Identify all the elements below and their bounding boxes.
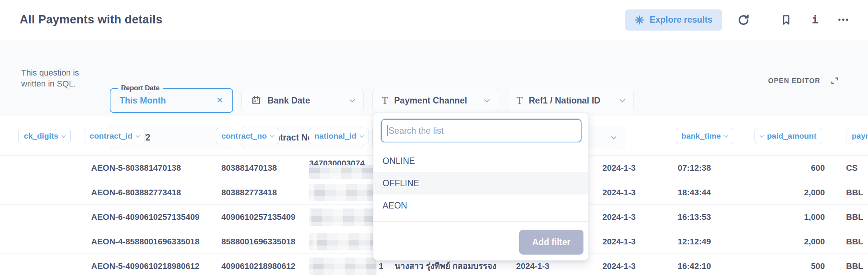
- filter-band: This question is written in SQL. OPEN ED…: [0, 40, 868, 116]
- page-title: All Payments with details: [20, 13, 162, 26]
- dropdown-option-aeon[interactable]: AEON: [373, 195, 588, 217]
- column-header-payment[interactable]: paym: [846, 128, 868, 144]
- chevron-down-icon: [724, 133, 728, 137]
- column-header-bank-time[interactable]: bank_time: [676, 128, 733, 144]
- chevron-down-icon: [270, 133, 274, 137]
- cell-paid-amount: 2,000: [750, 237, 829, 247]
- dropdown-option-offline[interactable]: OFFLINE: [373, 172, 588, 195]
- filter-pill-bank-date[interactable]: Bank Date: [241, 89, 364, 112]
- cell-payment-bank: BBL: [829, 237, 868, 247]
- open-editor-label: OPEN EDITOR: [768, 77, 820, 85]
- cell-payer-name: นางสาว รุ่งทิพย์ กลอมบรรจง: [390, 259, 511, 273]
- column-header-national-id[interactable]: national_id: [309, 128, 369, 144]
- cell-contract-no: 8588001696335018: [214, 237, 303, 247]
- add-filter-button[interactable]: Add filter: [519, 230, 583, 255]
- text-cursor: [387, 125, 388, 136]
- top-actions: Explore results i: [625, 0, 851, 40]
- chevron-down-icon: [759, 133, 764, 137]
- cell-contract-no: 803882773418: [214, 188, 303, 198]
- national-id-tail: 1: [379, 261, 383, 271]
- cell-bank-time: 16:13:53: [673, 212, 750, 222]
- ellipsis-icon: •••: [838, 15, 849, 24]
- cell-payment-bank: BBL: [829, 261, 868, 271]
- refresh-icon: [737, 13, 750, 27]
- cell-contract-id: AEON-5-803881470138: [84, 163, 214, 173]
- filter-chip-report-date[interactable]: Report Date This Month: [110, 88, 233, 113]
- dropdown-option-list: ONLINE OFFLINE AEON: [373, 150, 588, 217]
- chevron-down-icon: [484, 97, 490, 102]
- dropdown-option-online[interactable]: ONLINE: [373, 150, 588, 172]
- filter-chip-label: Report Date: [118, 84, 163, 92]
- cell-paid-amount: 500: [750, 261, 829, 271]
- refresh-button[interactable]: [736, 12, 751, 28]
- top-header-bar: All Payments with details Explore result…: [0, 0, 868, 40]
- filter-chip-value: This Month: [120, 96, 216, 106]
- chevron-down-icon: [350, 97, 355, 102]
- search-input[interactable]: [381, 119, 582, 142]
- app-window: All Payments with details Explore result…: [0, 0, 868, 278]
- cell-payment-bank: CS: [829, 163, 868, 173]
- cell-paid-amount: 600: [750, 163, 829, 173]
- cell-bank-time: 07:12:38: [673, 163, 750, 173]
- cell-contract-id: AEON-4-8588001696335018: [84, 237, 214, 247]
- cell-paid-amount: 2,000: [750, 188, 829, 198]
- text-filter-icon: [382, 96, 388, 106]
- calendar-icon: [251, 95, 261, 106]
- cell-bank-time: 18:43:44: [673, 188, 750, 198]
- more-options-button[interactable]: •••: [836, 12, 851, 28]
- filter-pill-label: Payment Channel: [394, 96, 479, 106]
- filter-pill-payment-channel[interactable]: Payment Channel: [372, 89, 498, 112]
- column-header-contract-no[interactable]: contract_no: [216, 128, 279, 144]
- cell-contract-no: 803881470138: [214, 163, 303, 173]
- cell-bank-date: 2024-1-3: [597, 163, 673, 173]
- column-header-ck-digits[interactable]: ck_digits: [18, 128, 71, 144]
- cell-bank-date: 2024-1-3: [597, 212, 673, 222]
- filter-pill-label: Bank Date: [268, 96, 344, 106]
- column-header-paid-amount[interactable]: paid_amount: [754, 128, 822, 144]
- info-icon: i: [812, 14, 818, 26]
- dropdown-search: [381, 119, 582, 142]
- column-header-contract-id[interactable]: contract_id: [84, 128, 145, 144]
- cell-bank-date: 2024-1-3: [597, 261, 673, 271]
- chevron-down-icon: [136, 133, 140, 137]
- filter-pill-ref1-national-id[interactable]: Ref1 / National ID: [507, 89, 634, 112]
- explore-results-label: Explore results: [650, 15, 712, 25]
- filter-pill-label: Ref1 / National ID: [529, 96, 615, 106]
- cell-contract-no: 4090610218980612: [214, 261, 303, 271]
- toolbar-divider: [765, 11, 765, 29]
- text-filter-icon: [516, 96, 523, 106]
- remove-filter-icon[interactable]: [216, 96, 223, 105]
- info-button[interactable]: i: [807, 12, 823, 28]
- cell-bank-time: 12:12:49: [673, 237, 750, 247]
- cell-contract-id: AEON-5-4090610218980612: [84, 261, 214, 271]
- cell-payment-bank: BBL: [829, 188, 868, 198]
- cell-bank-time: 16:42:10: [673, 261, 750, 271]
- chevron-down-icon: [620, 97, 625, 102]
- bookmark-button[interactable]: [779, 12, 794, 28]
- bookmark-icon: [780, 14, 792, 26]
- open-editor-button[interactable]: OPEN EDITOR: [768, 76, 839, 85]
- dropdown-footer-divider: [373, 221, 588, 222]
- expand-icon: [830, 76, 839, 85]
- invoice-type-dropdown: ONLINE OFFLINE AEON Add filter: [373, 113, 589, 261]
- cell-contract-id: AEON-6-4090610257135409: [84, 212, 214, 222]
- cell-contract-id: AEON-6-803882773418: [84, 188, 214, 198]
- sql-note: This question is written in SQL.: [21, 67, 93, 89]
- redaction-pixelation-block: [309, 258, 376, 275]
- cell-payment-bank: BBL: [829, 212, 868, 222]
- cell-paid-amount: 1,000: [750, 212, 829, 222]
- chevron-down-icon: [61, 133, 65, 137]
- chevron-down-icon: [359, 133, 364, 137]
- sparkle-icon: [635, 15, 644, 25]
- cell-report-date: 2024-1-3: [511, 261, 597, 271]
- cell-contract-no: 4090610257135409: [214, 212, 303, 222]
- cell-bank-date: 2024-1-3: [597, 237, 673, 247]
- cell-bank-date: 2024-1-3: [597, 188, 673, 198]
- explore-results-button[interactable]: Explore results: [625, 9, 722, 31]
